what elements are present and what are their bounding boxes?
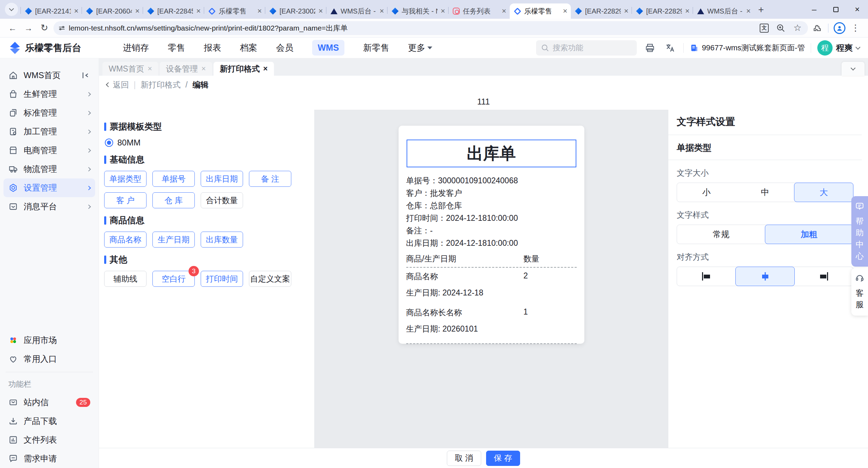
close-icon[interactable]: × bbox=[502, 7, 506, 15]
workspace-tab-active[interactable]: 新打印格式× bbox=[214, 62, 274, 76]
close-icon[interactable]: × bbox=[135, 7, 140, 15]
address-bar[interactable]: lemon-test.nhsoft.cn/wms/setting/basic/n… bbox=[53, 21, 808, 35]
nav-item[interactable]: 进销存 bbox=[123, 42, 149, 53]
sidebar-item-wms-home[interactable]: WMS首页 bbox=[3, 66, 95, 85]
receipt-items-block[interactable]: 商品/生产日期 数量 商品名称2 生产日期: 2024-12-18 商品名称长名… bbox=[406, 253, 577, 344]
font-style-regular[interactable]: 常规 bbox=[677, 225, 765, 244]
app-logo[interactable]: 乐檬零售后台 bbox=[8, 41, 81, 55]
font-size-large-selected[interactable]: 大 bbox=[794, 183, 853, 202]
field-button-production-date[interactable]: 生产日期 bbox=[152, 232, 195, 248]
browser-tab[interactable]: [EAR-206046]× bbox=[82, 3, 143, 19]
back-button[interactable] bbox=[6, 21, 19, 35]
sidebar-item-files[interactable]: 文件列表 bbox=[3, 431, 95, 449]
language-icon[interactable] bbox=[663, 41, 677, 55]
bookmark-icon[interactable] bbox=[791, 21, 804, 35]
browser-tab[interactable]: 任务列表× bbox=[449, 3, 510, 19]
field-button-remark[interactable]: 备 注 bbox=[249, 171, 291, 187]
browser-tab-active[interactable]: 乐檬零售× bbox=[510, 3, 571, 19]
font-style-bold-selected[interactable]: 加粗 bbox=[765, 225, 854, 244]
profile-icon[interactable] bbox=[833, 21, 846, 35]
field-button-guide-line[interactable]: 辅助线 bbox=[104, 271, 147, 287]
field-button-doc-no[interactable]: 单据号 bbox=[152, 171, 195, 187]
close-icon[interactable]: × bbox=[263, 64, 268, 73]
align-left[interactable] bbox=[677, 267, 736, 286]
workspace-tab[interactable]: 设备管理× bbox=[160, 62, 212, 76]
browser-tab[interactable]: 与我相关 - NH× bbox=[387, 3, 449, 19]
field-button-doc-type[interactable]: 单据类型 bbox=[104, 171, 147, 187]
nav-item[interactable]: 会员 bbox=[276, 42, 293, 53]
sidebar-item-downloads[interactable]: 产品下载 bbox=[3, 412, 95, 431]
close-icon[interactable]: × bbox=[441, 7, 445, 15]
nav-item[interactable]: 报表 bbox=[204, 42, 221, 53]
close-icon[interactable]: × bbox=[201, 64, 206, 73]
search-input[interactable] bbox=[553, 43, 622, 52]
function-search[interactable] bbox=[536, 40, 637, 56]
browser-tab[interactable]: [EAR-230026]× bbox=[265, 3, 326, 19]
field-button-warehouse[interactable]: 仓 库 bbox=[152, 192, 195, 208]
sidebar-item-requests[interactable]: 需求申请 bbox=[3, 449, 95, 468]
sidebar-item-inbox[interactable]: 站内信 25 bbox=[3, 393, 95, 412]
new-tab-button[interactable]: + bbox=[754, 3, 768, 17]
save-button[interactable]: 保 存 bbox=[486, 451, 520, 466]
user-menu[interactable]: 程 程爽 bbox=[817, 40, 860, 56]
site-info-icon[interactable] bbox=[59, 27, 65, 30]
nav-item[interactable]: 新零售 bbox=[363, 42, 389, 53]
close-icon[interactable]: × bbox=[746, 7, 751, 15]
close-icon[interactable]: × bbox=[563, 7, 567, 15]
workspace-tab[interactable]: WMS首页× bbox=[102, 62, 158, 76]
extensions-icon[interactable] bbox=[810, 21, 824, 35]
sidebar-item-logistics[interactable]: 物流管理 bbox=[3, 160, 95, 178]
zoom-icon[interactable] bbox=[774, 21, 788, 35]
field-button-print-time[interactable]: 打印时间 bbox=[201, 271, 243, 287]
cancel-button[interactable]: 取 消 bbox=[447, 451, 481, 466]
customer-service-tab[interactable]: 客服 bbox=[851, 268, 868, 316]
sidebar-item-standard[interactable]: 标准管理 bbox=[3, 103, 95, 122]
sidebar-item-favorites[interactable]: 常用入口 bbox=[3, 350, 95, 368]
receipt-title-block[interactable]: 出库单 bbox=[407, 140, 576, 167]
nav-item[interactable]: 档案 bbox=[240, 42, 257, 53]
close-icon[interactable]: × bbox=[685, 7, 690, 15]
print-icon[interactable] bbox=[643, 41, 657, 55]
receipt-preview[interactable]: 出库单 单据号：300000109100240068 客户：批发客户 仓库：总部… bbox=[399, 126, 584, 344]
receipt-info-block[interactable]: 单据号：300000109100240068 客户：批发客户 仓库：总部仓库 打… bbox=[406, 174, 577, 249]
browser-tab[interactable]: WMS后台 - 房× bbox=[326, 3, 387, 19]
font-size-medium[interactable]: 中 bbox=[736, 183, 794, 202]
align-right[interactable] bbox=[794, 267, 853, 286]
window-close-button[interactable]: × bbox=[846, 0, 868, 19]
close-icon[interactable]: × bbox=[148, 64, 152, 73]
browser-tab[interactable]: [EAR-228290]× bbox=[571, 3, 632, 19]
close-icon[interactable]: × bbox=[196, 7, 201, 15]
translate-icon[interactable] bbox=[757, 21, 771, 35]
reload-button[interactable] bbox=[37, 21, 51, 35]
browser-tab[interactable]: [EAR-221414]× bbox=[21, 3, 82, 19]
browser-tab[interactable]: WMS后台 - 房× bbox=[693, 3, 754, 19]
close-icon[interactable]: × bbox=[624, 7, 628, 15]
account-switcher[interactable]: 99677-wms测试账套新页面-管... bbox=[690, 43, 804, 53]
browser-tab[interactable]: 乐檬零售× bbox=[204, 3, 265, 19]
workspace-tabs-more-button[interactable] bbox=[842, 62, 865, 76]
browser-tab[interactable]: [EAR-228454]× bbox=[143, 3, 204, 19]
field-button-blank-line[interactable]: 空白行3 bbox=[152, 271, 195, 287]
forward-button[interactable] bbox=[22, 21, 35, 35]
nav-item-wms-active[interactable]: WMS bbox=[312, 40, 344, 56]
url-text[interactable]: lemon-test.nhsoft.cn/wms/setting/basic/n… bbox=[69, 23, 753, 33]
sidebar-item-processing[interactable]: 加工管理 bbox=[3, 122, 95, 141]
close-icon[interactable]: × bbox=[379, 7, 384, 15]
sidebar-item-ecommerce[interactable]: 电商管理 bbox=[3, 141, 95, 160]
field-button-outbound-date[interactable]: 出库日期 bbox=[201, 171, 243, 187]
minimize-button[interactable]: – bbox=[803, 0, 825, 19]
close-icon[interactable]: × bbox=[74, 7, 78, 15]
sidebar-item-fresh[interactable]: 生鲜管理 bbox=[3, 85, 95, 103]
browser-menu-icon[interactable] bbox=[849, 21, 862, 35]
radio-80mm[interactable]: 80MM bbox=[105, 138, 314, 148]
close-icon[interactable]: × bbox=[318, 7, 323, 15]
field-button-customer[interactable]: 客 户 bbox=[104, 192, 147, 208]
field-button-total-qty[interactable]: 合计数量 bbox=[201, 192, 243, 208]
sidebar-item-settings-active[interactable]: 设置管理 bbox=[3, 178, 95, 197]
field-button-outbound-qty[interactable]: 出库数量 bbox=[201, 232, 243, 248]
nav-item-more[interactable]: 更多 bbox=[408, 42, 432, 53]
back-link[interactable]: 返回 bbox=[107, 80, 129, 90]
align-center-selected[interactable] bbox=[735, 267, 795, 286]
field-button-custom-text[interactable]: 自定义文案 bbox=[249, 271, 291, 287]
collapse-sidebar-icon[interactable] bbox=[81, 70, 90, 80]
